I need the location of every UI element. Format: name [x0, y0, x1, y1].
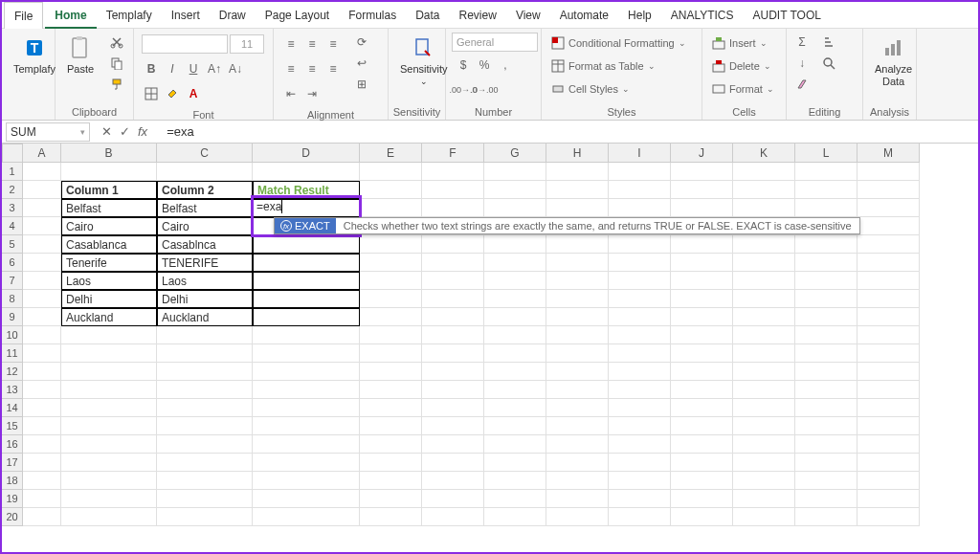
row-header-8[interactable]: 8 — [2, 290, 23, 308]
cell[interactable] — [858, 381, 920, 399]
cell[interactable] — [858, 272, 920, 290]
column-header-I[interactable]: I — [609, 144, 671, 163]
cell[interactable] — [253, 417, 360, 435]
cell[interactable] — [422, 490, 484, 508]
percent-button[interactable]: % — [475, 55, 494, 75]
cell[interactable] — [671, 454, 733, 472]
cell[interactable] — [858, 454, 920, 472]
cell[interactable] — [360, 181, 422, 199]
cell[interactable] — [671, 199, 733, 217]
cell[interactable] — [733, 181, 795, 199]
cell[interactable] — [858, 417, 920, 435]
cell[interactable] — [858, 199, 920, 217]
cell[interactable] — [733, 308, 795, 326]
column-header-J[interactable]: J — [671, 144, 733, 163]
cell[interactable] — [733, 417, 795, 435]
cell[interactable] — [157, 326, 253, 344]
cell[interactable] — [671, 417, 733, 435]
cell[interactable] — [23, 290, 61, 308]
cell[interactable] — [609, 181, 671, 199]
increase-font-button[interactable]: A↑ — [205, 59, 224, 78]
cell[interactable] — [422, 399, 484, 417]
cell[interactable] — [484, 272, 546, 290]
row-header-13[interactable]: 13 — [2, 381, 23, 399]
cell[interactable] — [671, 363, 733, 381]
cell[interactable] — [671, 472, 733, 490]
table-cell[interactable] — [253, 290, 360, 308]
cell[interactable] — [546, 254, 609, 272]
fill-button[interactable]: ↓ — [792, 54, 812, 73]
cell[interactable] — [157, 490, 253, 508]
tab-review[interactable]: Review — [450, 2, 506, 29]
row-header-1[interactable]: 1 — [2, 163, 23, 181]
cell[interactable] — [61, 454, 157, 472]
cell[interactable] — [671, 235, 733, 254]
cell[interactable] — [733, 290, 795, 308]
cell[interactable] — [484, 417, 546, 435]
tab-draw[interactable]: Draw — [210, 2, 256, 29]
cell[interactable] — [609, 344, 671, 363]
cell[interactable] — [858, 363, 920, 381]
cell[interactable] — [671, 254, 733, 272]
cell[interactable] — [546, 163, 609, 181]
row-header-2[interactable]: 2 — [2, 181, 23, 199]
cell[interactable] — [858, 472, 920, 490]
cell[interactable] — [484, 308, 546, 326]
cell[interactable] — [546, 454, 609, 472]
cell[interactable] — [795, 290, 858, 308]
table-cell[interactable]: Delhi — [157, 290, 253, 308]
cell[interactable] — [360, 399, 422, 417]
cell[interactable] — [609, 508, 671, 526]
cancel-formula-button[interactable]: ✕ — [101, 124, 112, 139]
fill-color-button[interactable] — [163, 84, 182, 103]
cell[interactable] — [795, 454, 858, 472]
cell[interactable] — [23, 199, 61, 217]
cell[interactable] — [253, 344, 360, 363]
decrease-font-button[interactable]: A↓ — [226, 59, 245, 78]
cell[interactable] — [23, 363, 61, 381]
row-header-3[interactable]: 3 — [2, 199, 23, 217]
cell[interactable] — [733, 363, 795, 381]
cell[interactable] — [157, 472, 253, 490]
cell[interactable] — [484, 254, 546, 272]
column-header-G[interactable]: G — [484, 144, 546, 163]
cell[interactable] — [23, 217, 61, 235]
cell[interactable] — [858, 217, 920, 235]
cell[interactable] — [546, 435, 609, 454]
tab-analytics[interactable]: ANALYTICS — [661, 2, 744, 29]
cell[interactable] — [546, 272, 609, 290]
cell[interactable] — [253, 508, 360, 526]
cell[interactable] — [23, 417, 61, 435]
row-header-6[interactable]: 6 — [2, 254, 23, 272]
cell[interactable] — [733, 454, 795, 472]
cell[interactable] — [795, 308, 858, 326]
cell[interactable] — [858, 344, 920, 363]
row-header-12[interactable]: 12 — [2, 363, 23, 381]
cell[interactable] — [609, 235, 671, 254]
table-header-match[interactable]: Match Result — [253, 181, 360, 199]
cell[interactable] — [484, 363, 546, 381]
cell[interactable] — [546, 290, 609, 308]
cell[interactable] — [360, 163, 422, 181]
cell[interactable] — [733, 163, 795, 181]
cell[interactable] — [157, 399, 253, 417]
cell[interactable] — [422, 417, 484, 435]
cell[interactable] — [671, 344, 733, 363]
cell[interactable] — [609, 417, 671, 435]
cell[interactable] — [253, 472, 360, 490]
align-center-button[interactable]: ≡ — [302, 59, 322, 78]
cell[interactable] — [795, 272, 858, 290]
cell[interactable] — [609, 326, 671, 344]
cell[interactable] — [422, 363, 484, 381]
cell[interactable] — [61, 381, 157, 399]
cell[interactable] — [61, 435, 157, 454]
cell[interactable] — [795, 199, 858, 217]
column-header-D[interactable]: D — [253, 144, 360, 163]
cell[interactable] — [858, 399, 920, 417]
cell[interactable] — [484, 435, 546, 454]
cell[interactable] — [671, 326, 733, 344]
cell[interactable] — [546, 508, 609, 526]
cell[interactable] — [360, 435, 422, 454]
font-size-input[interactable] — [230, 34, 264, 54]
cell[interactable] — [609, 254, 671, 272]
